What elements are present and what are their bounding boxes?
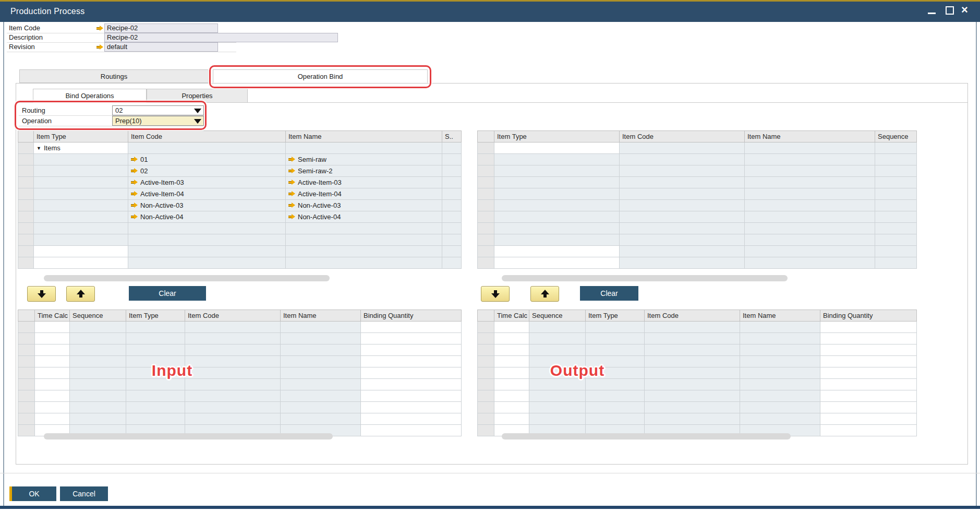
table-row[interactable]	[478, 165, 917, 177]
item-code-field[interactable]: Recipe-02	[104, 23, 218, 33]
ok-button[interactable]: OK	[12, 486, 56, 501]
link-arrow-icon[interactable]	[288, 203, 295, 208]
move-down-button[interactable]	[481, 286, 510, 302]
tab-properties[interactable]: Properties	[147, 89, 248, 103]
item-name-cell: Non-Active-04	[298, 213, 341, 221]
table-row[interactable]	[18, 234, 462, 246]
table-row[interactable]	[18, 356, 462, 367]
minimize-button[interactable]	[924, 0, 940, 20]
window-left-border	[3, 22, 4, 506]
link-arrow-icon[interactable]	[131, 157, 138, 162]
horizontal-scrollbar[interactable]	[502, 275, 788, 281]
table-row[interactable]	[478, 154, 917, 165]
table-row[interactable]	[18, 367, 462, 379]
table-row[interactable]	[478, 379, 917, 390]
tab-routings[interactable]: Routings	[19, 69, 209, 83]
link-arrow-icon[interactable]	[96, 44, 103, 50]
table-row[interactable]	[18, 322, 462, 333]
table-row[interactable]	[478, 367, 917, 379]
tree-collapse-icon[interactable]: ▼	[37, 146, 41, 151]
table-row[interactable]	[478, 223, 917, 234]
horizontal-scrollbar[interactable]	[44, 433, 333, 439]
move-down-button[interactable]	[27, 286, 56, 302]
link-arrow-icon[interactable]	[96, 26, 103, 31]
column-header: Item Type	[126, 310, 185, 322]
table-row[interactable]	[18, 246, 462, 257]
table-row[interactable]: Non-Active-03 Non-Active-03	[18, 200, 462, 211]
table-row[interactable]	[18, 257, 462, 269]
maximize-button[interactable]	[941, 0, 957, 20]
tab-bind-operations[interactable]: Bind Operations	[33, 89, 147, 103]
link-arrow-icon[interactable]	[131, 191, 138, 197]
table-row[interactable]	[478, 234, 917, 246]
available-items-table-output[interactable]: Item Type Item Code Item Name Sequence	[477, 130, 917, 269]
table-row[interactable]	[478, 356, 917, 367]
table-row[interactable]	[18, 379, 462, 390]
link-arrow-icon[interactable]	[288, 214, 295, 220]
cancel-button[interactable]: Cancel	[60, 486, 108, 501]
column-header: Item Name	[281, 310, 361, 322]
move-up-button[interactable]	[530, 286, 559, 302]
table-row[interactable]	[478, 413, 917, 425]
table-row[interactable]: Non-Active-04 Non-Active-04	[18, 211, 462, 223]
horizontal-scrollbar[interactable]	[44, 275, 330, 281]
item-code-cell: Non-Active-03	[140, 201, 183, 209]
input-bind-table[interactable]: Time Calc Sequence Item Type Item Code I…	[18, 310, 462, 436]
group-label: Items	[44, 144, 61, 152]
table-row[interactable]	[18, 223, 462, 234]
clear-button-output[interactable]: Clear	[580, 286, 638, 301]
chevron-down-icon	[194, 109, 201, 113]
table-row[interactable]	[478, 211, 917, 223]
table-row[interactable]	[478, 188, 917, 200]
revision-field[interactable]: default	[104, 42, 218, 52]
link-arrow-icon[interactable]	[131, 180, 138, 185]
chevron-down-icon	[194, 119, 201, 124]
down-arrow-icon	[38, 290, 46, 298]
output-bind-table[interactable]: Time Calc Sequence Item Type Item Code I…	[477, 310, 917, 436]
table-row[interactable]	[478, 200, 917, 211]
close-button[interactable]: ×	[959, 0, 975, 20]
table-row[interactable]	[478, 402, 917, 413]
clear-button-input[interactable]: Clear	[129, 286, 206, 301]
table-row[interactable]	[478, 322, 917, 333]
link-arrow-icon[interactable]	[288, 191, 295, 197]
table-row[interactable]	[18, 344, 462, 356]
link-arrow-icon[interactable]	[131, 214, 138, 220]
tab-operation-bind[interactable]: Operation Bind	[213, 69, 428, 83]
group-row[interactable]: ▼Items	[18, 142, 462, 154]
table-row[interactable]	[478, 333, 917, 344]
description-field[interactable]: Recipe-02	[104, 33, 338, 42]
column-header: Binding Quantity	[820, 310, 917, 322]
table-row[interactable]	[18, 333, 462, 344]
link-arrow-icon[interactable]	[131, 168, 138, 174]
table-row[interactable]: 01 Semi-raw	[18, 154, 462, 165]
available-items-table-input[interactable]: Item Type Item Code Item Name S.. ▼Items…	[18, 130, 462, 269]
table-row[interactable]	[478, 246, 917, 257]
table-row[interactable]	[478, 177, 917, 188]
table-row[interactable]: Active-Item-04 Active-Item-04	[18, 188, 462, 200]
operation-dropdown[interactable]: Prep(10)	[112, 116, 204, 126]
header-row: Item Type Item Code Item Name Sequence	[478, 131, 917, 142]
table-row[interactable]: 02 Semi-raw-2	[18, 165, 462, 177]
table-row[interactable]	[478, 257, 917, 269]
link-arrow-icon[interactable]	[288, 157, 295, 162]
form-row-item-code: Item Code Recipe-02	[7, 23, 236, 33]
maximize-icon	[946, 6, 954, 15]
move-up-button[interactable]	[66, 286, 95, 302]
item-name-cell: Active-Item-03	[298, 179, 342, 186]
link-arrow-icon[interactable]	[288, 180, 295, 185]
link-arrow-icon[interactable]	[288, 168, 295, 174]
link-arrow-icon[interactable]	[131, 203, 138, 208]
header-row: Time Calc Sequence Item Type Item Code I…	[18, 310, 462, 322]
routing-dropdown[interactable]: 02	[112, 105, 204, 115]
table-row[interactable]	[478, 390, 917, 402]
horizontal-scrollbar[interactable]	[502, 433, 791, 439]
table-row[interactable]	[18, 413, 462, 425]
table-row[interactable]: Active-Item-03 Active-Item-03	[18, 177, 462, 188]
table-row[interactable]	[478, 344, 917, 356]
table-row[interactable]	[18, 390, 462, 402]
table-row[interactable]	[478, 142, 917, 154]
column-header: Item Code	[185, 310, 281, 322]
column-header: Item Name	[740, 310, 820, 322]
table-row[interactable]	[18, 402, 462, 413]
